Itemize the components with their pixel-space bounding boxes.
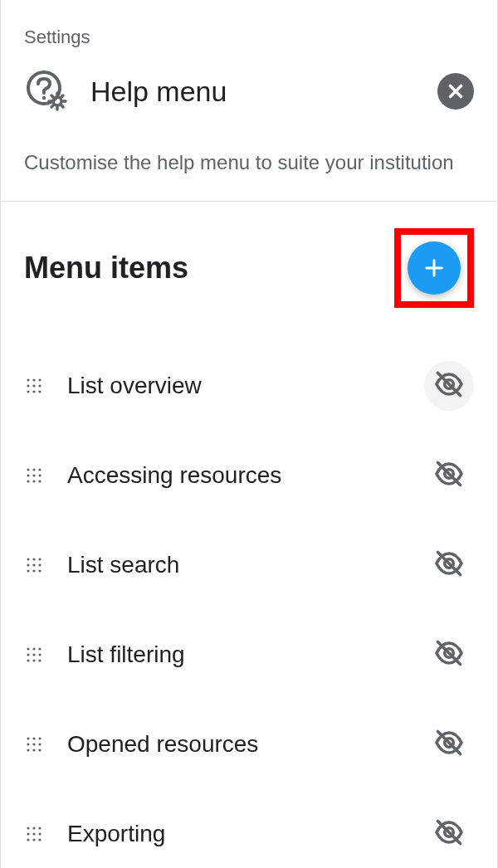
- svg-point-23: [32, 468, 35, 471]
- menu-item-row: Accessing resources: [24, 431, 474, 520]
- drag-handle-icon[interactable]: [24, 645, 44, 665]
- visibility-toggle-button[interactable]: [424, 361, 474, 411]
- svg-point-1: [42, 96, 46, 100]
- svg-point-11: [27, 378, 29, 381]
- drag-handle-icon[interactable]: [24, 734, 44, 754]
- menu-item-label[interactable]: List filtering: [67, 641, 401, 668]
- svg-point-13: [38, 378, 41, 381]
- breadcrumb: Settings: [24, 27, 474, 48]
- svg-point-74: [38, 838, 41, 841]
- svg-point-25: [27, 474, 29, 476]
- svg-point-28: [27, 480, 29, 482]
- eye-off-icon: [434, 817, 464, 851]
- svg-point-47: [27, 653, 29, 656]
- svg-point-51: [32, 659, 35, 661]
- menu-item-label[interactable]: Opened resources: [67, 731, 401, 758]
- svg-point-16: [38, 384, 41, 387]
- svg-point-45: [32, 647, 35, 650]
- svg-point-33: [27, 558, 29, 560]
- menu-item-label[interactable]: Accessing resources: [67, 462, 401, 489]
- svg-point-46: [38, 647, 41, 650]
- svg-point-63: [38, 749, 41, 751]
- drag-handle-icon[interactable]: [24, 376, 44, 396]
- visibility-toggle-button[interactable]: [424, 809, 474, 859]
- menu-item-row: List filtering: [24, 610, 474, 700]
- title-row: Help menu: [24, 68, 474, 115]
- svg-point-37: [32, 563, 35, 566]
- eye-off-icon: [434, 728, 464, 761]
- svg-point-15: [32, 384, 35, 387]
- svg-point-29: [32, 480, 35, 482]
- svg-point-41: [38, 569, 41, 572]
- visibility-toggle-button[interactable]: [424, 630, 474, 680]
- svg-point-73: [32, 838, 35, 841]
- svg-point-40: [32, 569, 35, 572]
- help-gear-icon: [24, 68, 71, 115]
- section-header: Menu items: [24, 228, 474, 308]
- svg-point-12: [32, 378, 35, 381]
- svg-point-30: [38, 480, 41, 482]
- menu-item-row: Exporting: [24, 789, 474, 868]
- svg-line-7: [51, 95, 53, 97]
- drag-handle-icon[interactable]: [24, 555, 44, 575]
- svg-point-19: [38, 390, 41, 393]
- visibility-toggle-button[interactable]: [424, 719, 474, 769]
- svg-point-68: [38, 827, 41, 829]
- eye-off-icon: [434, 459, 464, 492]
- svg-point-49: [38, 653, 41, 656]
- add-button-highlight: [394, 228, 474, 308]
- visibility-toggle-button[interactable]: [424, 451, 474, 500]
- svg-line-8: [61, 105, 63, 107]
- svg-point-58: [27, 743, 29, 745]
- svg-point-48: [32, 653, 35, 656]
- menu-items-section: Menu items List overviewAccessing resour…: [1, 202, 497, 868]
- menu-item-label[interactable]: List search: [67, 552, 401, 578]
- svg-point-38: [38, 563, 41, 566]
- eye-off-icon: [434, 638, 464, 671]
- svg-point-34: [32, 558, 35, 560]
- svg-point-36: [27, 563, 29, 566]
- menu-item-label[interactable]: List overview: [67, 373, 401, 399]
- svg-point-66: [27, 827, 29, 829]
- close-icon: [445, 80, 466, 102]
- visibility-toggle-button[interactable]: [424, 540, 474, 590]
- svg-point-39: [27, 569, 29, 572]
- svg-point-18: [32, 390, 35, 393]
- svg-point-24: [38, 468, 41, 471]
- drag-handle-icon[interactable]: [24, 466, 44, 485]
- close-button[interactable]: [437, 73, 474, 110]
- svg-point-70: [32, 832, 35, 835]
- svg-point-60: [38, 743, 41, 745]
- svg-point-69: [27, 832, 29, 835]
- svg-point-35: [38, 558, 41, 560]
- svg-point-61: [27, 749, 29, 751]
- svg-point-17: [27, 390, 29, 393]
- menu-items-list: List overviewAccessing resourcesList sea…: [24, 341, 474, 868]
- svg-point-2: [53, 97, 61, 105]
- svg-point-67: [32, 827, 35, 829]
- svg-point-52: [38, 659, 41, 661]
- eye-off-icon: [434, 549, 464, 582]
- add-menu-item-button[interactable]: [408, 241, 461, 295]
- eye-off-icon: [434, 369, 464, 402]
- menu-item-row: List overview: [24, 341, 474, 431]
- svg-point-22: [27, 468, 29, 471]
- svg-line-9: [51, 105, 53, 107]
- menu-item-row: List search: [24, 520, 474, 610]
- panel-description: Customise the help menu to suite your in…: [24, 148, 474, 178]
- settings-panel: Settings: [0, 0, 498, 868]
- menu-item-label[interactable]: Exporting: [67, 821, 401, 847]
- svg-point-50: [27, 659, 29, 661]
- svg-point-56: [32, 737, 35, 739]
- svg-point-57: [38, 737, 41, 739]
- plus-icon: [422, 256, 446, 280]
- svg-point-44: [27, 647, 29, 650]
- drag-handle-icon[interactable]: [24, 824, 44, 844]
- svg-point-26: [32, 474, 35, 476]
- section-title: Menu items: [24, 251, 188, 285]
- svg-point-72: [27, 838, 29, 841]
- svg-point-62: [32, 749, 35, 751]
- panel-header: Settings: [1, 0, 497, 202]
- svg-point-59: [32, 743, 35, 745]
- svg-point-71: [38, 832, 41, 835]
